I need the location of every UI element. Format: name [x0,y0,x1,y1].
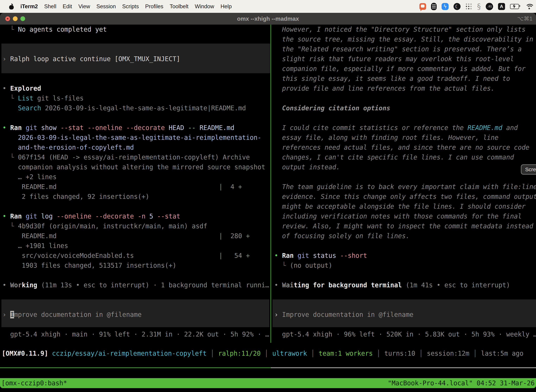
menu-item-toolbelt[interactable]: Toolbelt [170,3,188,10]
terminal-line: including verification notes with those … [274,211,536,221]
bolt-hexagon-icon[interactable]: ϟ [442,3,449,10]
dots-grid-icon[interactable] [465,3,472,10]
text-segment: 5 [149,213,153,220]
terminal-line: review. Also, I might want to inspect th… [274,221,536,231]
text-segment: team:1 workers [319,350,373,357]
menu-item-profiles[interactable]: Profiles [145,3,163,10]
gauge-61-icon[interactable]: ..61 [486,3,493,10]
menu-item-window[interactable]: Window [195,3,214,10]
text-segment: [OMX#0.11.9] [2,350,48,357]
terminal-line: └ No agents completed yet [2,25,270,34]
crescent-circle-icon[interactable]: ☾ [454,3,460,10]
text-segment: └ [274,262,290,269]
left-terminal-pane[interactable]: └ No agents completed yet› Ralph loop ac… [0,25,270,343]
tmux-host-clock: "MacBook-Pro-44.local" 04:52 31-Mar-26 [388,378,535,388]
menu-item-edit[interactable]: Edit [62,3,72,10]
terminal-line: might be acceptable alongside the file l… [274,202,536,211]
text-segment: 2 files changed, 92 insertions(+) [2,193,149,201]
text-segment: Wor [10,281,22,289]
text-segment: last:5m ago [481,350,523,357]
terminal-line: slight risk that future readers may over… [274,54,536,64]
terminal-line: • Ran git status --short [274,251,536,261]
screen-share-overlay-button[interactable]: Scre [521,164,536,175]
text-segment: the source tree, missing the essay. Stil… [274,36,533,43]
terminal-line: └ (no output) [274,261,536,271]
battery-bolt [513,4,516,9]
window-shortcut-badge: ⌥⌘1 [517,13,532,25]
terminal-area: └ No agents completed yet› Ralph loop ac… [0,25,536,343]
text-segment: Search [18,104,41,112]
text-segment: 1903 files changed, 513517 insertions(+) [2,262,176,269]
text-segment: ralph:11/20 [218,350,261,357]
terminal-line: └ 4b9d30f (origin/main, instructkr/main,… [2,221,270,231]
keyboard-shield-icon[interactable] [431,3,437,10]
text-segment: › [2,311,10,318]
inactive-pane-border [271,367,536,368]
text-segment: gpt-5.4 xhigh · main · 91% left · 2.31M … [2,331,269,338]
text-segment: this single essay, it seems like a good … [274,75,510,82]
text-segment: review. Also, I might want to inspect th… [274,222,533,230]
squiggle-icon[interactable]: § [477,3,481,10]
terminal-line: this single essay, it seems like a good … [274,74,536,84]
menu-item-iterm2[interactable]: iTerm2 [20,3,38,10]
text-segment: The team guideline is to back every impo… [274,183,536,191]
menu-items: iTerm2ShellEditViewSessionScriptsProfile… [17,3,235,10]
text-segment [37,213,41,220]
text-segment: Explored [10,85,41,92]
terminal-line: The team guideline is to back every impo… [274,182,536,192]
text-segment [48,350,52,357]
terminal-line: companion analysis without altering the … [2,162,270,172]
text-segment: I could cite commit statistics or refere… [274,124,468,131]
terminal-line: • Waiting for background terminal (1m 41… [274,280,536,290]
wifi-icon[interactable] [525,3,533,10]
terminal-line: • Explored [2,84,270,93]
terminal-line: README.md | 4 + [2,182,270,192]
tmux-session-label[interactable]: [omx-cczip0:bash* [1,378,67,388]
minimize-button[interactable] [13,16,18,21]
text-segment: └ [2,222,18,230]
text-segment: the "Related research writing" section i… [274,45,522,53]
right-terminal-pane[interactable]: However, I noticed the "Directory Struct… [272,25,536,343]
input-source-icon[interactable]: A [498,3,505,10]
text-segment [145,213,149,220]
text-segment: Improve documentation in @filename [282,311,413,318]
pane-divider[interactable] [270,25,271,343]
terminal-line: • Ran git log --oneline --decorate -n 5 … [2,211,270,221]
terminal-line: changes, I can't cite specific file line… [274,152,536,162]
terminal-line: output instead. [274,162,536,172]
omx-status-line: [OMX#0.11.9] cczip/essay/ai-reimplementa… [2,349,523,359]
text-segment: king [22,281,37,289]
text-segment: • [2,213,10,220]
terminal-line: I could cite commit statistics or refere… [274,123,536,133]
apple-menu-icon[interactable] [9,4,14,9]
zoom-button[interactable] [20,16,25,21]
text-segment: No agents completed yet [18,26,107,33]
text-segment [57,124,61,131]
text-segment: companion analysis without altering the … [2,163,265,171]
text-segment: Considering citation options [274,104,390,112]
text-segment: ultrawork [272,350,307,357]
menu-item-view[interactable]: View [78,3,90,10]
text-segment: changes, I can't cite specific file line… [274,154,514,161]
screen-record-icon[interactable] [419,3,426,10]
terminal-line: the source tree, missing the essay. Stil… [274,34,536,44]
text-segment: • [2,85,10,92]
text-segment [294,252,297,259]
text-segment [22,213,26,220]
text-segment: provide file and line references from th… [274,85,495,92]
text-segment: references need actual files, and since … [274,144,529,151]
text-segment: I [10,311,14,318]
text-segment: -- [188,124,196,131]
menu-item-scripts[interactable]: Scripts [122,3,139,10]
menu-item-session[interactable]: Session [96,3,116,10]
terminal-line: gpt-5.4 xhigh · main · 91% left · 2.31M … [2,330,270,339]
window-title-bar[interactable]: omx --xhigh --madmax ⌥⌘1 [0,13,536,25]
terminal-line: └ List git ls-files [2,93,270,103]
menu-item-help[interactable]: Help [220,3,232,10]
battery-charging-icon[interactable] [510,4,519,9]
text-segment [184,124,188,131]
text-segment: gpt-5.4 xhigh · 96% left · 520K in · 5.8… [274,331,536,338]
menu-item-shell[interactable]: Shell [44,3,56,10]
close-button[interactable] [5,16,10,21]
text-segment: --oneline --decorate -n [57,213,145,220]
